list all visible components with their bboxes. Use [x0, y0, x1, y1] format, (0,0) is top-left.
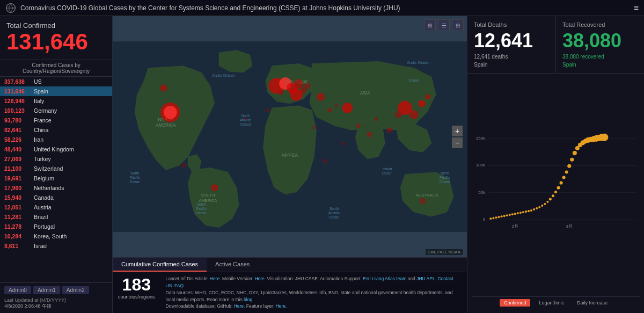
- total-confirmed-value: 131,646: [6, 30, 106, 54]
- country-list-item[interactable]: 128,948Italy: [0, 96, 112, 106]
- country-list-item[interactable]: 93,780France: [0, 115, 112, 125]
- svg-text:South: South: [330, 207, 339, 210]
- right-panel: Total Deaths 12,641 12,641 deaths Spain …: [467, 16, 644, 313]
- chart-tabs: ConfirmedLogarithmicDaily Increase: [472, 296, 640, 309]
- map-icon-tiles[interactable]: ⊟: [452, 19, 464, 31]
- github-link[interactable]: Here: [234, 303, 244, 309]
- map-icon-grid[interactable]: ⊞: [424, 19, 436, 31]
- esri-link[interactable]: Esri Living Atlas team: [363, 276, 406, 281]
- svg-text:Ocean: Ocean: [329, 215, 340, 219]
- country-list-item[interactable]: 10,284Korea, South: [0, 231, 112, 241]
- blog-link[interactable]: blog: [244, 297, 252, 302]
- country-count: 337,638: [4, 78, 34, 85]
- svg-text:50k: 50k: [478, 190, 486, 194]
- map-icon-list[interactable]: ☰: [438, 19, 450, 31]
- svg-point-84: [522, 211, 524, 213]
- country-list-item[interactable]: 11,281Brazil: [0, 212, 112, 222]
- deaths-stat-box: Total Deaths 12,641 12,641 deaths Spain: [467, 16, 556, 73]
- admin-tab[interactable]: Admin2: [62, 286, 89, 294]
- country-list-item[interactable]: 21,100Switzerland: [0, 164, 112, 173]
- svg-point-102: [570, 157, 574, 161]
- country-list-item[interactable]: 48,440United Kingdom: [0, 144, 112, 154]
- country-name: Spain: [34, 88, 48, 94]
- svg-point-47: [160, 84, 167, 91]
- country-name: Italy: [34, 98, 44, 104]
- country-list-item[interactable]: 8,611Israel: [0, 241, 112, 251]
- svg-text:AMERICA: AMERICA: [199, 198, 217, 203]
- total-confirmed-box: Total Confirmed 131,646: [0, 16, 112, 60]
- sidebar-bottom: Admin0Admin1Admin2 Last Updated at (M/D/…: [0, 282, 112, 313]
- info-bar: 183 countries/regions Lancet Inf Dis Art…: [113, 272, 467, 313]
- faq-link[interactable]: FAQ: [174, 283, 184, 288]
- info-line1: Lancet Inf Dis Article: Here. Mobile Ver…: [166, 276, 453, 288]
- country-count: 93,780: [4, 117, 34, 123]
- country-list-item[interactable]: 58,226Iran: [0, 135, 112, 144]
- svg-point-95: [552, 194, 554, 197]
- admin-tab[interactable]: Admin0: [4, 286, 31, 294]
- svg-text:Ocean: Ocean: [440, 180, 450, 184]
- svg-text:North: North: [130, 171, 139, 175]
- chart-svg: 150k 100k 50k 0 2月 3月: [472, 78, 640, 296]
- country-name: Brazil: [34, 214, 48, 220]
- country-list-item[interactable]: 337,638US: [0, 77, 112, 86]
- header-title: Coronavirus COVID-19 Global Cases by the…: [20, 4, 634, 12]
- svg-point-114: [601, 133, 608, 141]
- recovered-sub1: 38,080 recovered: [562, 54, 638, 60]
- svg-text:Ocean: Ocean: [196, 211, 207, 215]
- country-count: 10,284: [4, 233, 34, 239]
- country-list-item[interactable]: 100,123Germany: [0, 106, 112, 115]
- country-list-item[interactable]: 15,940Canada: [0, 193, 112, 202]
- contact-link[interactable]: Contact US: [166, 276, 453, 288]
- svg-point-99: [562, 176, 566, 179]
- country-count: 11,278: [4, 223, 34, 230]
- svg-point-85: [525, 210, 527, 213]
- map-tab[interactable]: Cumulative Confirmed Cases: [113, 258, 207, 272]
- country-list-item[interactable]: 19,691Belgium: [0, 173, 112, 183]
- svg-point-80: [511, 213, 514, 215]
- country-count: 58,226: [4, 136, 34, 143]
- svg-text:150k: 150k: [476, 135, 486, 140]
- svg-point-75: [497, 216, 500, 218]
- country-count: 100,123: [4, 107, 34, 114]
- zoom-out-button[interactable]: −: [452, 137, 463, 148]
- info-text: Lancet Inf Dis Article: Here. Mobile Ver…: [166, 275, 462, 310]
- country-list-item[interactable]: 131,646Spain: [0, 86, 112, 96]
- svg-text:Pacific: Pacific: [196, 207, 207, 210]
- deaths-value: 12,641: [474, 30, 549, 52]
- country-list-item[interactable]: 11,278Portugal: [0, 222, 112, 231]
- country-list-item[interactable]: 27,069Turkey: [0, 154, 112, 164]
- country-list-item[interactable]: 82,641China: [0, 125, 112, 135]
- svg-text:Ocean: Ocean: [130, 180, 141, 184]
- country-list-item[interactable]: 12,051Austria: [0, 202, 112, 212]
- svg-point-73: [492, 217, 494, 219]
- country-count: 48,440: [4, 146, 34, 152]
- country-list-item[interactable]: 17,960Netherlands: [0, 183, 112, 193]
- mobile-link[interactable]: Here: [254, 276, 264, 281]
- svg-point-42: [409, 110, 419, 119]
- total-confirmed-label: Total Confirmed: [6, 21, 106, 30]
- recovered-sub2: Spain: [562, 62, 638, 68]
- lancet-link[interactable]: Here: [210, 276, 219, 281]
- zoom-in-button[interactable]: +: [452, 126, 463, 136]
- svg-text:Atlantic: Atlantic: [328, 211, 340, 215]
- chart-tab[interactable]: Confirmed: [500, 299, 531, 307]
- svg-point-39: [290, 89, 303, 101]
- map-tab[interactable]: Active Cases: [207, 258, 258, 272]
- country-count: 82,641: [4, 127, 34, 133]
- svg-point-100: [565, 170, 568, 173]
- country-count: 8,611: [4, 243, 34, 249]
- map-view-icons: ⊞ ☰ ⊟: [424, 19, 464, 31]
- svg-point-93: [546, 201, 548, 203]
- menu-icon[interactable]: ≡: [634, 3, 639, 13]
- chart-tab[interactable]: Daily Increase: [573, 299, 612, 307]
- chart-tab[interactable]: Logarithmic: [535, 299, 568, 307]
- feature-link[interactable]: Here: [276, 303, 286, 309]
- svg-point-53: [266, 108, 269, 112]
- map-container[interactable]: Arctic Ocean Arctic Ocean Ocean North Pa…: [113, 16, 467, 257]
- country-name: China: [34, 127, 48, 133]
- jhu-apl-link[interactable]: JHU APL: [416, 276, 435, 281]
- admin-tab[interactable]: Admin1: [33, 286, 60, 294]
- svg-point-79: [509, 214, 511, 216]
- country-name: Canada: [34, 194, 54, 201]
- svg-text:Indian: Indian: [383, 167, 392, 171]
